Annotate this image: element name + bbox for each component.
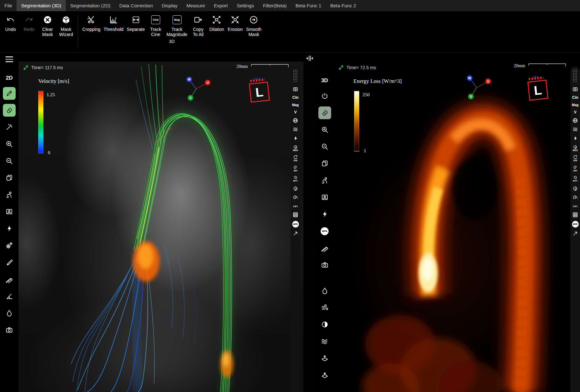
droplet-tool[interactable] [3, 307, 16, 319]
droplet-3d-tool[interactable] [318, 284, 331, 297]
velocity-vector-toggle[interactable]: V [294, 110, 297, 114]
clear-mask-button[interactable]: Clear Mask [38, 14, 57, 37]
clip-plane-down-tool[interactable] [318, 369, 331, 381]
viewport-splitter[interactable] [303, 53, 316, 392]
cine-toggle[interactable]: Cin [572, 95, 578, 100]
erosion-button[interactable]: Erosion [226, 14, 244, 32]
globe-icon[interactable] [572, 118, 578, 123]
menu-display[interactable]: Display [157, 0, 182, 11]
energy-loss-render[interactable] [333, 62, 580, 392]
spiral-icon[interactable] [293, 185, 298, 191]
smooth-mask-button[interactable]: Smooth Mask [244, 14, 263, 37]
rtt-tool[interactable]: RTT [293, 175, 298, 182]
expand-icon[interactable] [23, 65, 29, 70]
clip-plane-up-tool[interactable] [318, 352, 331, 365]
grid-icon[interactable] [572, 212, 578, 218]
menu-data-correction[interactable]: Data Correction [115, 0, 157, 11]
spiral-tail-icon[interactable] [293, 194, 298, 200]
strip-drag-handle[interactable] [573, 69, 578, 83]
menu-filter-beta[interactable]: Filter(Beta) [258, 0, 291, 11]
menu-beta-func-1[interactable]: Beta Func 1 [291, 0, 326, 11]
lightning-icon[interactable] [293, 135, 298, 141]
snapshot-tool[interactable] [3, 323, 16, 336]
settings-tool[interactable] [3, 239, 16, 252]
zoom-in-tool[interactable] [3, 138, 16, 150]
wss-tool[interactable]: WSS [573, 144, 578, 151]
magnitude-toggle[interactable]: Mag [572, 103, 579, 107]
copy-to-all-button[interactable]: Copy To All [189, 14, 207, 37]
wss-tool[interactable]: WSS [293, 144, 298, 151]
orientation-axes[interactable]: W U V [180, 74, 215, 104]
osi-tool[interactable]: OSI [573, 155, 577, 162]
magnitude-toggle[interactable]: Mag [292, 103, 299, 107]
streamlines-icon[interactable] [572, 127, 578, 132]
dilation-button[interactable]: Dilation [207, 14, 226, 32]
viewport-3d-left[interactable]: Time= 117.5 ms Velocity [m/s] 1.25 0 20m… [19, 53, 303, 392]
waves-tool[interactable] [318, 335, 331, 348]
threshold-button[interactable]: Threshold [102, 14, 125, 32]
patient-flow-3d-tool[interactable] [318, 174, 331, 187]
velocity-vector-toggle[interactable]: V [574, 110, 576, 114]
diag-arrow-icon[interactable] [572, 231, 578, 236]
duplicate-tool[interactable] [3, 171, 16, 184]
spiral-icon[interactable] [572, 185, 578, 191]
eraser-3d-tool[interactable] [318, 106, 331, 119]
zoom-in-3d-tool[interactable] [318, 123, 331, 136]
mpr-button[interactable]: MPR [292, 221, 299, 228]
view-icon[interactable] [293, 86, 298, 92]
redo-button[interactable]: Redo [20, 14, 38, 32]
menu-file[interactable]: File [0, 0, 17, 11]
marker-pen-tool[interactable] [3, 256, 16, 269]
menu-export[interactable]: Export [210, 0, 232, 11]
view-icon[interactable] [572, 86, 578, 92]
power-tool[interactable] [318, 90, 331, 102]
zoom-out-tool[interactable] [3, 155, 16, 167]
patient-card-3d-tool[interactable] [318, 191, 331, 204]
patient-card-tool[interactable] [3, 205, 16, 218]
strip-drag-handle[interactable] [293, 69, 298, 83]
grid-icon[interactable] [293, 212, 298, 218]
probe-tool[interactable] [3, 222, 16, 235]
mpr-3d-tool[interactable]: MPR [318, 225, 331, 237]
afi-tool[interactable]: AFI [293, 165, 298, 172]
undo-button[interactable]: Undo [1, 14, 20, 32]
cine-toggle[interactable]: Cin [292, 95, 298, 100]
spiral-tail-icon[interactable] [572, 194, 578, 200]
eraser-tool[interactable] [3, 104, 16, 117]
magic-wand-tool[interactable] [3, 121, 16, 134]
separate-button[interactable]: Separate [125, 14, 146, 32]
ruler-3d-tool[interactable] [318, 242, 331, 254]
menu-segmentation-3d[interactable]: Segmentation (3D) [17, 0, 66, 11]
splitter-icon[interactable] [306, 54, 314, 62]
menu-settings[interactable]: Settings [232, 0, 258, 11]
contrast-tool[interactable] [318, 318, 331, 331]
orientation-axes[interactable]: W U V [460, 73, 495, 102]
menu-beta-func-2[interactable]: Beta Func 2 [326, 0, 361, 11]
vortex-icon[interactable] [572, 203, 578, 209]
brush-tool[interactable] [3, 87, 16, 100]
expand-icon[interactable] [338, 65, 344, 70]
streamlines-icon[interactable] [293, 127, 298, 132]
mask-wizard-button[interactable]: Mask Wizard [57, 14, 75, 37]
menu-toggle[interactable] [5, 56, 13, 62]
duplicate-3d-tool[interactable] [318, 157, 331, 170]
flow-lines-tool[interactable] [318, 301, 331, 314]
mpr-button[interactable]: MPR [572, 221, 579, 228]
cropping-button[interactable]: Cropping [81, 14, 102, 32]
zoom-out-3d-tool[interactable] [318, 140, 331, 153]
track-cine-button[interactable]: Cine Track Cine [146, 14, 165, 37]
ruler-tool[interactable] [3, 273, 16, 286]
vortex-icon[interactable] [293, 203, 298, 209]
probe-3d-tool[interactable] [318, 208, 331, 221]
osi-tool[interactable]: OSI [293, 155, 298, 162]
menu-measure[interactable]: Measure [182, 0, 209, 11]
lightning-icon[interactable] [572, 135, 578, 141]
rtt-tool[interactable]: RTT [573, 175, 577, 182]
patient-flow-tool[interactable] [3, 188, 16, 201]
angle-tool[interactable] [3, 290, 16, 302]
diag-arrow-icon[interactable] [293, 231, 298, 236]
track-magnitude-button[interactable]: Mag Track Magnitude [165, 14, 189, 37]
viewport-3d-right[interactable]: Time= 72.5 ms Energy Loss [W/m^3] 250 1 … [333, 53, 580, 392]
mri-streamline-render[interactable] [19, 62, 303, 392]
snapshot-3d-tool[interactable] [318, 258, 331, 271]
